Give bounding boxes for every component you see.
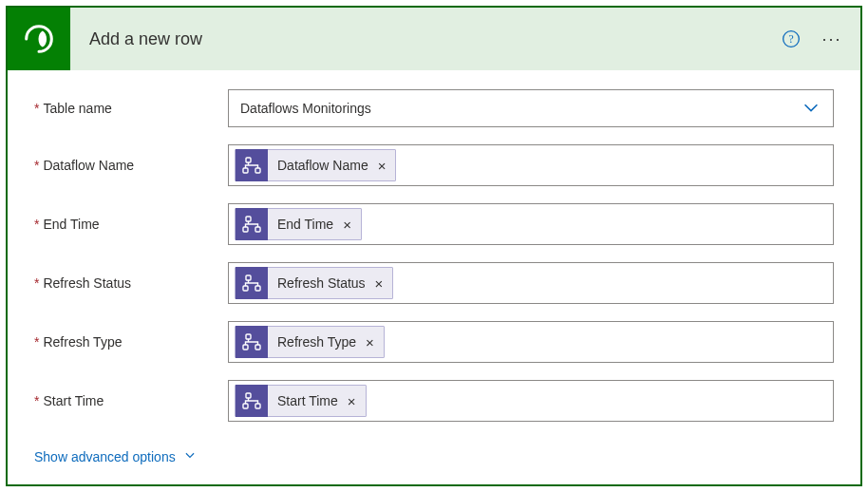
svg-rect-13 bbox=[255, 345, 260, 350]
token-label: Refresh Status bbox=[268, 275, 373, 291]
label-end-time: *End Time bbox=[34, 217, 228, 232]
label-text: Refresh Status bbox=[43, 275, 131, 291]
start-time-input[interactable]: Start Time × bbox=[228, 380, 834, 422]
label-text: End Time bbox=[43, 217, 99, 232]
dynamic-content-icon bbox=[236, 149, 268, 181]
svg-rect-16 bbox=[255, 404, 260, 408]
svg-rect-14 bbox=[246, 393, 251, 398]
token-start-time[interactable]: Start Time × bbox=[235, 385, 367, 417]
show-advanced-options-button[interactable]: Show advanced options bbox=[34, 448, 197, 464]
row-start-time: *Start Time Start Time × bbox=[34, 380, 834, 422]
chevron-down-icon bbox=[183, 448, 197, 464]
svg-rect-10 bbox=[255, 286, 260, 291]
svg-rect-6 bbox=[243, 227, 248, 232]
dynamic-content-icon bbox=[236, 326, 268, 358]
card-header: Add a new row ? ··· bbox=[8, 8, 860, 70]
chevron-down-icon bbox=[801, 97, 821, 121]
end-time-input[interactable]: End Time × bbox=[228, 203, 834, 245]
token-refresh-status[interactable]: Refresh Status × bbox=[235, 267, 393, 299]
label-text: Table name bbox=[43, 101, 111, 116]
token-refresh-type[interactable]: Refresh Type × bbox=[235, 326, 385, 358]
label-refresh-status: *Refresh Status bbox=[34, 275, 228, 291]
token-remove-icon[interactable]: × bbox=[364, 334, 376, 350]
label-dataflow-name: *Dataflow Name bbox=[34, 158, 228, 173]
row-end-time: *End Time End Time × bbox=[34, 203, 834, 245]
table-name-value: Dataflows Monitorings bbox=[240, 101, 371, 116]
token-dataflow-name[interactable]: Dataflow Name × bbox=[235, 149, 396, 181]
dynamic-content-icon bbox=[236, 208, 268, 240]
label-text: Start Time bbox=[43, 393, 104, 408]
refresh-type-input[interactable]: Refresh Type × bbox=[228, 321, 834, 363]
row-dataflow-name: *Dataflow Name Dataflow Name × bbox=[34, 144, 834, 186]
card-body: *Table name Dataflows Monitorings *Dataf… bbox=[8, 70, 860, 484]
token-label: Refresh Type bbox=[268, 334, 364, 350]
dataflow-name-input[interactable]: Dataflow Name × bbox=[228, 144, 834, 186]
table-name-select[interactable]: Dataflows Monitorings bbox=[228, 89, 834, 127]
token-remove-icon[interactable]: × bbox=[341, 217, 353, 233]
dynamic-content-icon bbox=[236, 267, 268, 299]
token-remove-icon[interactable]: × bbox=[376, 158, 388, 174]
token-remove-icon[interactable]: × bbox=[373, 275, 386, 292]
token-label: Start Time bbox=[268, 393, 346, 408]
label-text: Refresh Type bbox=[43, 334, 122, 350]
help-icon[interactable]: ? bbox=[781, 28, 802, 49]
svg-rect-5 bbox=[246, 217, 251, 221]
token-label: End Time bbox=[268, 217, 341, 232]
token-remove-icon[interactable]: × bbox=[346, 393, 358, 409]
row-refresh-status: *Refresh Status Refresh Status × bbox=[34, 262, 834, 304]
svg-rect-4 bbox=[255, 168, 260, 173]
dataverse-logo-icon bbox=[8, 8, 70, 70]
row-table-name: *Table name Dataflows Monitorings bbox=[34, 89, 834, 127]
svg-text:?: ? bbox=[788, 33, 793, 46]
header-actions: ? ··· bbox=[781, 26, 845, 52]
refresh-status-input[interactable]: Refresh Status × bbox=[228, 262, 834, 304]
svg-rect-3 bbox=[243, 168, 248, 173]
svg-rect-11 bbox=[246, 334, 251, 339]
svg-rect-12 bbox=[243, 345, 248, 350]
svg-rect-8 bbox=[246, 275, 251, 280]
more-icon[interactable]: ··· bbox=[819, 26, 845, 52]
svg-rect-9 bbox=[243, 286, 248, 291]
svg-rect-15 bbox=[243, 404, 248, 408]
row-refresh-type: *Refresh Type Refresh Type × bbox=[34, 321, 834, 363]
token-end-time[interactable]: End Time × bbox=[235, 208, 362, 240]
svg-rect-7 bbox=[255, 227, 260, 232]
card-title: Add a new row bbox=[89, 29, 781, 49]
action-card: Add a new row ? ··· *Table name Dataflow… bbox=[6, 6, 862, 486]
label-table-name: *Table name bbox=[34, 101, 228, 116]
label-text: Dataflow Name bbox=[43, 158, 134, 173]
label-refresh-type: *Refresh Type bbox=[34, 334, 228, 350]
dynamic-content-icon bbox=[236, 385, 268, 417]
label-start-time: *Start Time bbox=[34, 393, 228, 408]
token-label: Dataflow Name bbox=[268, 158, 376, 173]
svg-rect-2 bbox=[246, 158, 251, 162]
advanced-label: Show advanced options bbox=[34, 449, 176, 464]
